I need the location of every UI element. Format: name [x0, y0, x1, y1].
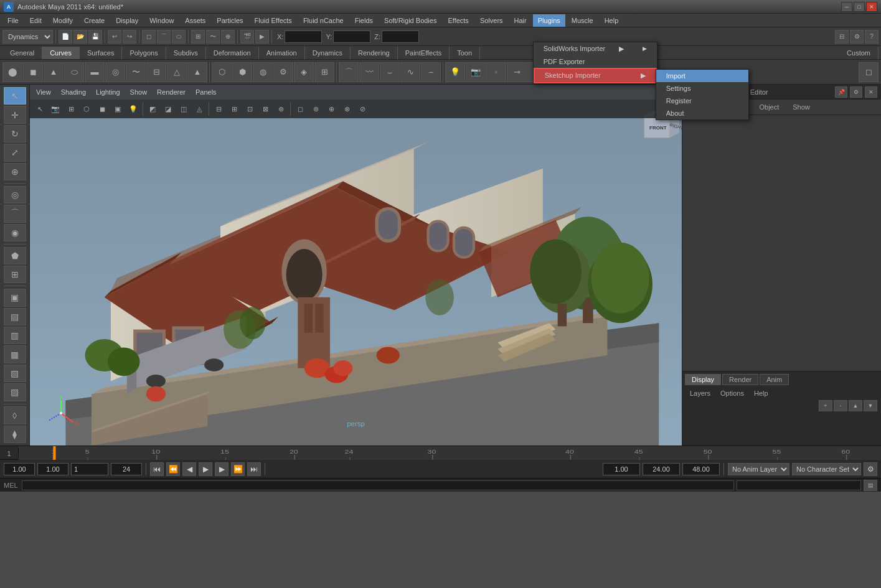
unknown-side5[interactable]: ▧: [4, 365, 26, 382]
sketchup-register[interactable]: Register: [656, 95, 748, 107]
x-coord[interactable]: [285, 30, 322, 43]
ik-btn[interactable]: ⊸: [507, 62, 527, 82]
menu-soft-rigid[interactable]: Soft/Rigid Bodies: [379, 14, 441, 27]
vp-shading-menu[interactable]: Shading: [59, 87, 88, 97]
vp-lighting-menu[interactable]: Lighting: [93, 87, 123, 97]
vp-unknown4-icon[interactable]: ⊗: [339, 101, 354, 116]
pipe-btn[interactable]: ⊟: [146, 62, 166, 82]
menu-file[interactable]: File: [2, 14, 24, 27]
snap-point-btn[interactable]: ⊕: [221, 30, 235, 44]
plugins-sketchup[interactable]: Sketchup Importer▶ Import Settings Regis…: [534, 68, 657, 83]
go-end-btn[interactable]: ⏭: [247, 462, 261, 476]
timeline-ruler[interactable]: 1 5 10 15 20 24 30 40 45 50 55: [19, 446, 881, 460]
save-btn[interactable]: 💾: [88, 30, 102, 44]
paint-select-btn[interactable]: ◉: [4, 224, 26, 241]
menu-effects[interactable]: Effects: [443, 14, 473, 27]
mel-input[interactable]: [22, 480, 734, 490]
cube-btn[interactable]: ◼: [23, 62, 43, 82]
tab-general[interactable]: General: [2, 47, 42, 59]
unknown-side8[interactable]: ⧫: [4, 426, 26, 443]
unknown-side6[interactable]: ▨: [4, 383, 26, 401]
rp-close-icon[interactable]: ✕: [865, 86, 877, 98]
tab-curves[interactable]: Curves: [42, 47, 80, 59]
move-btn[interactable]: ✛: [4, 106, 26, 123]
tab-rendering[interactable]: Rendering: [351, 47, 398, 59]
vp-dof-icon[interactable]: ◫: [176, 101, 191, 116]
mode-dropdown[interactable]: Dynamics Animation Rendering: [2, 30, 53, 44]
menu-particles[interactable]: Particles: [212, 14, 248, 27]
menu-create[interactable]: Create: [79, 14, 110, 27]
layer-up-btn[interactable]: ▲: [849, 400, 862, 411]
vp-shade-icon[interactable]: ◼: [95, 101, 110, 116]
help-btn[interactable]: ?: [865, 30, 879, 44]
del-layer-btn[interactable]: -: [834, 400, 847, 411]
vp-gate-icon[interactable]: ⊞: [227, 101, 242, 116]
triad-btn[interactable]: ⊞: [4, 266, 26, 283]
tab-polygons[interactable]: Polygons: [122, 47, 166, 59]
open-btn[interactable]: 📂: [73, 30, 87, 44]
menu-assets[interactable]: Assets: [180, 14, 210, 27]
anim-end-field[interactable]: [643, 463, 680, 475]
pyramid-btn[interactable]: ▲: [187, 62, 207, 82]
menu-fluid-effects[interactable]: Fluid Effects: [250, 14, 297, 27]
vp-hud-icon[interactable]: ⊟: [211, 101, 226, 116]
vp-wire-icon[interactable]: ⬡: [79, 101, 94, 116]
unknown-side7[interactable]: ◊: [4, 406, 26, 424]
rp-btab-anim[interactable]: Anim: [760, 374, 789, 385]
disc-btn[interactable]: ◍: [253, 62, 273, 82]
vp-unknown1-icon[interactable]: ◻: [293, 101, 308, 116]
select-mode-btn[interactable]: ↖: [4, 87, 26, 105]
vp-tex-icon[interactable]: ▣: [110, 101, 125, 116]
vp-unknown5-icon[interactable]: ⊘: [355, 101, 370, 116]
vp-view-menu[interactable]: View: [34, 87, 54, 97]
tab-toon[interactable]: Toon: [450, 47, 480, 59]
unknown-side1[interactable]: ▣: [4, 289, 26, 306]
select-btn[interactable]: ◻: [142, 30, 156, 44]
sketchup-about[interactable]: About: [656, 107, 748, 119]
new-scene-btn[interactable]: 📄: [59, 30, 72, 44]
script-editor-btn[interactable]: ▤: [864, 480, 877, 491]
redo-btn[interactable]: ↪: [123, 30, 136, 44]
maximize-button[interactable]: □: [854, 2, 865, 12]
curve3-btn[interactable]: ⌣: [380, 62, 400, 82]
rp-tab-object[interactable]: Object: [753, 102, 785, 112]
menu-plugins[interactable]: Plugins SolidWorks Importer▶ PDF Exporte…: [533, 14, 565, 27]
helix-btn[interactable]: 〜: [126, 62, 146, 82]
vp-show-menu[interactable]: Show: [128, 87, 150, 97]
prev-frame-btn[interactable]: ◀: [182, 462, 196, 476]
bezier-btn[interactable]: ∿: [400, 62, 420, 82]
vp-field-icon[interactable]: ⊛: [273, 101, 288, 116]
anim-max-field[interactable]: [682, 463, 720, 475]
sketchup-settings[interactable]: Settings: [656, 82, 748, 95]
snap-curve-btn[interactable]: 〜: [206, 30, 220, 44]
joint-btn[interactable]: ◦: [486, 62, 506, 82]
torus-btn[interactable]: ◎: [105, 62, 125, 82]
range-end-field[interactable]: [111, 463, 142, 475]
tab-dynamics[interactable]: Dynamics: [305, 47, 351, 59]
vp-unknown3-icon[interactable]: ⊕: [324, 101, 339, 116]
paint-btn[interactable]: ⬭: [172, 30, 186, 44]
menu-window[interactable]: Window: [144, 14, 179, 27]
step-fwd-btn[interactable]: ⏩: [231, 462, 245, 476]
plane-btn[interactable]: ▬: [85, 62, 105, 82]
tab-painteffects[interactable]: PaintEffects: [398, 47, 450, 59]
menu-display[interactable]: Display: [111, 14, 143, 27]
tab-animation[interactable]: Animation: [259, 47, 305, 59]
rp-sub-layers[interactable]: Layers: [686, 389, 714, 398]
char-set-dropdown[interactable]: No Character Set: [792, 463, 861, 475]
tab-surfaces[interactable]: Surfaces: [80, 47, 122, 59]
light-btn[interactable]: 💡: [445, 62, 465, 82]
cylinder-btn[interactable]: ⬭: [64, 62, 84, 82]
curve2-btn[interactable]: 〰: [359, 62, 379, 82]
rp-settings-icon[interactable]: ⚙: [850, 86, 862, 98]
menu-muscle[interactable]: Muscle: [567, 14, 598, 27]
vp-grid-icon[interactable]: ⊞: [64, 101, 78, 116]
render-btn[interactable]: 🎬: [240, 30, 254, 44]
next-frame-btn[interactable]: ▶: [215, 462, 228, 476]
unknown1-btn[interactable]: ◈: [294, 62, 314, 82]
sketchup-import[interactable]: Import: [656, 70, 748, 82]
tab-custom[interactable]: Custom: [839, 47, 879, 59]
ipr-btn[interactable]: ▶: [255, 30, 269, 44]
anim-layer-dropdown[interactable]: No Anim Layer: [728, 463, 789, 475]
close-button[interactable]: ✕: [866, 2, 877, 12]
